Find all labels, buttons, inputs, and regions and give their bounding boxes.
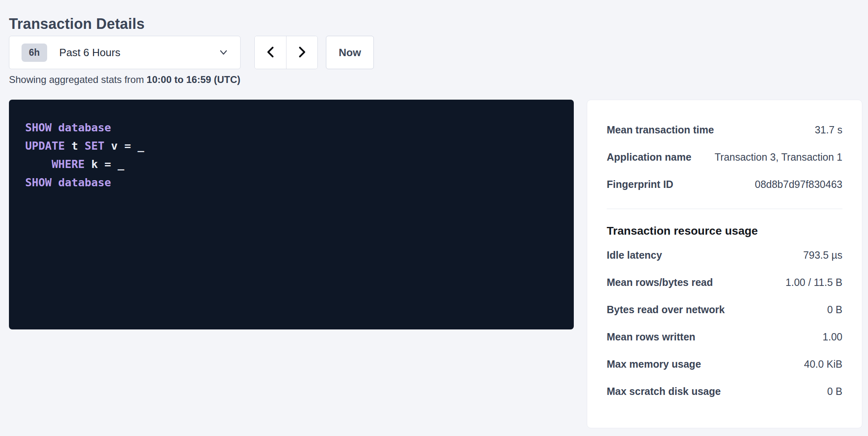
next-time-button[interactable] [286, 36, 317, 69]
aggregation-note-range: 10:00 to 16:59 (UTC) [147, 74, 241, 85]
detail-row-label: Max memory usage [607, 358, 701, 370]
detail-row-label: Idle latency [607, 249, 662, 261]
detail-row: Max scratch disk usage0 B [607, 378, 842, 405]
detail-row-value: 793.5 µs [803, 249, 842, 261]
sql-keyword: UPDATE [25, 140, 65, 152]
detail-row: Application nameTransaction 3, Transacti… [607, 144, 842, 171]
detail-row-value: 31.7 s [815, 124, 842, 136]
sql-text [25, 158, 52, 170]
transaction-details-card: Mean transaction time31.7 sApplication n… [587, 100, 862, 428]
detail-row-value: 1.00 / 11.5 B [786, 277, 842, 288]
detail-row-value: 0 B [827, 386, 842, 397]
sql-keyword: SET [85, 140, 104, 152]
sql-text: t [65, 140, 85, 152]
now-button[interactable]: Now [326, 36, 374, 69]
detail-row: Fingerprint ID08d8b7d97f830463 [607, 171, 842, 198]
card-divider [607, 209, 842, 209]
detail-row-value: 40.0 KiB [804, 358, 842, 370]
detail-row: Mean rows written1.00 [607, 323, 842, 351]
detail-row-value: 0 B [827, 304, 842, 316]
sql-statement-text: SHOW database UPDATE t SET v = _ WHERE k… [25, 118, 558, 192]
sql-text: k = _ [85, 158, 124, 170]
time-range-label: Past 6 Hours [59, 46, 120, 59]
detail-row-label: Mean rows written [607, 331, 695, 343]
detail-row-label: Application name [607, 151, 691, 163]
aggregation-note-prefix: Showing aggregated stats from [9, 74, 147, 85]
detail-row: Mean rows/bytes read1.00 / 11.5 B [607, 269, 842, 296]
detail-row: Mean transaction time31.7 s [607, 116, 842, 144]
detail-row-label: Mean rows/bytes read [607, 277, 713, 288]
sql-statement-box: SHOW database UPDATE t SET v = _ WHERE k… [9, 100, 574, 329]
time-nav-group [254, 36, 318, 69]
detail-row-label: Max scratch disk usage [607, 386, 721, 397]
time-controls: 6h Past 6 Hours Now [9, 36, 374, 69]
chevron-down-icon [218, 47, 229, 58]
sql-keyword: SHOW database [25, 176, 111, 189]
detail-row: Bytes read over network0 B [607, 296, 842, 323]
aggregation-note: Showing aggregated stats from 10:00 to 1… [9, 74, 241, 85]
detail-row-value: 08d8b7d97f830463 [755, 179, 842, 190]
interval-badge: 6h [22, 44, 47, 62]
page-title: Transaction Details [9, 15, 145, 33]
sql-text: v = _ [104, 140, 144, 152]
detail-row-value: 1.00 [822, 331, 842, 343]
sql-keyword: SHOW database [25, 121, 111, 134]
chevron-left-icon [265, 45, 277, 60]
chevron-right-icon [296, 45, 308, 60]
detail-row-label: Bytes read over network [607, 304, 725, 316]
detail-row-label: Fingerprint ID [607, 179, 673, 190]
resource-usage-heading: Transaction resource usage [607, 225, 842, 238]
usage-rows: Idle latency793.5 µsMean rows/bytes read… [607, 242, 842, 405]
detail-row-label: Mean transaction time [607, 124, 714, 136]
detail-row: Max memory usage40.0 KiB [607, 351, 842, 378]
summary-rows: Mean transaction time31.7 sApplication n… [607, 116, 842, 198]
sql-keyword: WHERE [52, 158, 85, 170]
time-range-dropdown[interactable]: 6h Past 6 Hours [9, 36, 241, 69]
detail-row-value: Transaction 3, Transaction 1 [714, 151, 842, 163]
prev-time-button[interactable] [255, 36, 286, 69]
detail-row: Idle latency793.5 µs [607, 242, 842, 269]
